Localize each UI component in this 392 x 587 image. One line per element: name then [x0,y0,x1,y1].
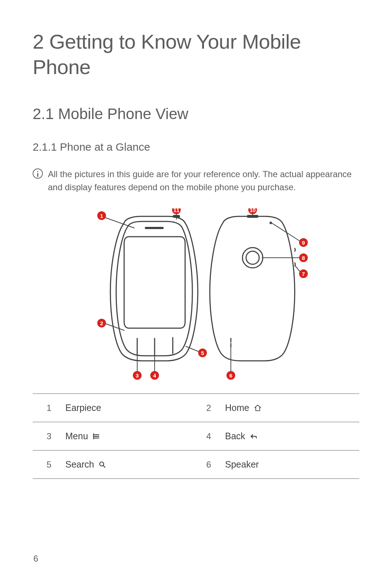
table-row: 3 Menu 4 Back [33,422,359,451]
table-row: 5 Search 6 Speaker [33,451,359,479]
info-icon [33,168,43,179]
legend-label: Back [225,431,245,441]
table-row: 1 Earpiece 2 Home [33,394,359,422]
chapter-heading: 2 Getting to Know Your Mobile Phone [33,29,359,80]
svg-line-14 [271,223,300,241]
callout-8: 8 [302,255,305,261]
svg-line-3 [104,217,134,228]
legend-label: Speaker [225,459,259,470]
legend-number: 5 [33,460,65,470]
legend-number: 1 [33,403,65,413]
svg-point-9 [242,248,263,268]
page-number: 6 [33,554,38,564]
callout-7: 7 [302,271,305,277]
legend-table: 1 Earpiece 2 Home [33,394,359,479]
callout-5: 5 [201,350,204,356]
home-icon [253,403,262,413]
legend-number: 4 [192,431,225,441]
legend-label: Search [65,459,94,470]
callout-4: 4 [153,372,156,379]
callout-2: 2 [100,320,103,326]
search-icon [98,460,107,469]
note-row: All the pictures in this guide are for y… [33,168,359,194]
phone-diagram: 1 2 3 4 5 6 7 8 9 10 11 [83,208,309,383]
svg-line-16 [295,266,301,272]
back-icon [249,432,258,441]
section-heading: 2.1 Mobile Phone View [33,105,359,123]
callout-1: 1 [100,213,103,219]
note-text: All the pictures in this guide are for y… [48,168,359,194]
menu-icon [92,432,101,441]
svg-line-34 [103,465,105,467]
subsection-heading: 2.1.1 Phone at a Glance [33,141,359,153]
phone-diagram-container: 1 2 3 4 5 6 7 8 9 10 11 [33,208,359,383]
legend-label: Menu [65,431,88,441]
legend-label: Earpiece [65,403,101,413]
legend-number: 3 [33,431,65,441]
svg-point-10 [246,251,259,264]
callout-11: 11 [173,208,180,213]
callout-6: 6 [229,372,232,379]
legend-label: Home [225,403,249,413]
callout-3: 3 [136,372,139,379]
callout-10: 10 [250,208,256,213]
document-page: 2 Getting to Know Your Mobile Phone 2.1 … [0,0,392,587]
legend-number: 2 [192,403,225,413]
legend-number: 6 [192,460,225,470]
callout-9: 9 [302,240,305,246]
